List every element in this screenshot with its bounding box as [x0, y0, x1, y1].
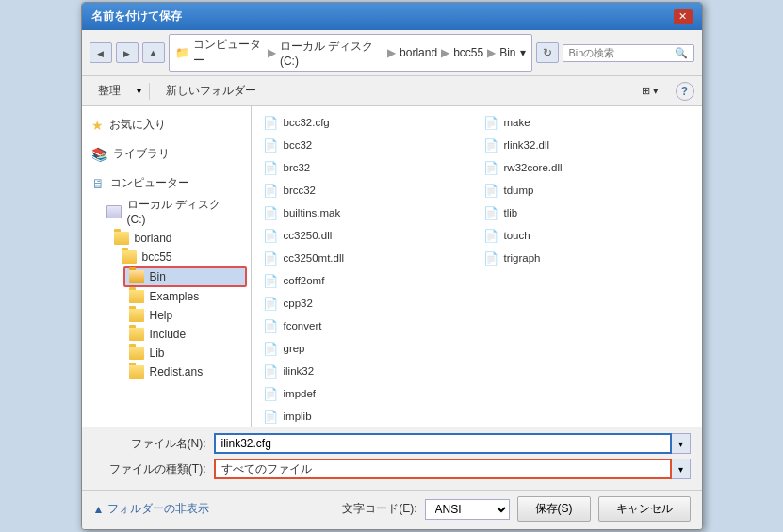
file-name: grep [284, 343, 305, 354]
list-item[interactable]: 📄bcc32 [257, 135, 476, 155]
list-item [478, 338, 696, 359]
sidebar-item-bcc55[interactable]: bcc55 [116, 248, 247, 266]
main-area: ★ お気に入り 📚 ライブラリ 🖥 コンピューター [82, 106, 702, 427]
filetype-label: ファイルの種類(T): [93, 461, 206, 477]
file-name: coff2omf [284, 275, 325, 286]
bottom-area: ファイル名(N): ▾ ファイルの種類(T): ▾ [82, 427, 702, 490]
sidebar-item-libraries[interactable]: 📚 ライブラリ [86, 143, 247, 165]
list-item[interactable]: 📄brc32 [257, 157, 476, 178]
computer-icon: 🖥 [91, 176, 105, 191]
file-name: touch [504, 230, 530, 241]
sidebar-item-borland[interactable]: borland [108, 229, 247, 248]
list-item[interactable]: 📄fconvert [257, 315, 476, 336]
list-item [478, 383, 696, 404]
filename-input[interactable] [214, 433, 672, 454]
sidebar-item-computer[interactable]: 🖥 コンピューター [86, 172, 247, 194]
file-icon: 📄 [483, 250, 498, 266]
filename-label: ファイル名(N): [93, 436, 206, 452]
list-item[interactable]: 📄make [478, 112, 696, 133]
search-bar[interactable]: 🔍 [563, 44, 694, 62]
search-input[interactable] [569, 47, 663, 58]
sidebar-item-help[interactable]: Help [123, 306, 247, 325]
file-icon: 📄 [263, 250, 278, 266]
list-item[interactable]: 📄trigraph [478, 248, 696, 268]
file-name: ilink32 [284, 365, 315, 377]
up-button[interactable]: ▲ [142, 42, 165, 63]
list-item [478, 361, 696, 381]
refresh-button[interactable]: ↻ [536, 42, 559, 63]
list-item[interactable]: 📄rw32core.dll [478, 157, 696, 178]
search-icon: 🔍 [675, 47, 688, 59]
organize-dropdown-icon[interactable]: ▾ [137, 86, 141, 96]
help-button[interactable]: ? [676, 82, 694, 101]
breadcrumb-dropdown[interactable]: ▾ [520, 46, 526, 59]
sidebar-item-bin[interactable]: Bin [123, 266, 247, 287]
examples-label: Examples [150, 290, 200, 303]
redist-label: Redist.ans [150, 365, 204, 379]
list-item[interactable]: 📄touch [478, 225, 696, 246]
list-item[interactable]: 📄implib [257, 406, 476, 427]
sidebar-item-lib[interactable]: Lib [123, 344, 247, 363]
file-name: tdump [504, 185, 534, 196]
file-name: rlink32.dll [504, 139, 550, 151]
list-item[interactable]: 📄impdef [257, 383, 476, 404]
back-button[interactable] [90, 42, 112, 63]
file-name: impdef [284, 388, 317, 399]
list-item[interactable]: 📄grep [257, 338, 476, 359]
file-icon: 📄 [263, 318, 278, 333]
drive-icon [106, 205, 122, 218]
filename-dropdown[interactable]: ▾ [672, 433, 691, 454]
hide-folders-button[interactable]: ▲ フォルダーの非表示 [93, 501, 210, 517]
list-item[interactable]: 📄cpp32 [257, 293, 476, 314]
file-name: cc3250mt.dll [284, 252, 345, 264]
file-icon: 📄 [263, 115, 278, 130]
star-icon: ★ [91, 118, 104, 133]
sidebar-libraries-section: 📚 ライブラリ [86, 143, 247, 165]
save-button[interactable]: 保存(S) [517, 496, 591, 522]
encode-select[interactable]: ANSI [425, 499, 510, 520]
filetype-dropdown[interactable]: ▾ [672, 459, 691, 479]
list-item[interactable]: 📄cc3250mt.dll [257, 248, 476, 268]
file-name: brc32 [284, 162, 311, 173]
file-icon: 📄 [263, 296, 278, 311]
help-label: Help [150, 309, 173, 322]
sidebar-item-redist[interactable]: Redist.ans [123, 363, 247, 381]
new-folder-button[interactable]: 新しいフォルダー [157, 80, 265, 102]
list-item[interactable]: 📄builtins.mak [257, 202, 476, 223]
bin-label: Bin [150, 270, 166, 283]
list-item[interactable]: 📄tlib [478, 202, 696, 223]
file-icon: 📄 [263, 409, 278, 424]
local-disk-label: ローカル ディスク (C:) [127, 197, 241, 226]
list-item[interactable]: 📄brcc32 [257, 180, 476, 201]
sidebar-item-local-disk[interactable]: ローカル ディスク (C:) [101, 194, 247, 229]
hide-folders-label: フォルダーの非表示 [107, 501, 209, 517]
file-name: make [504, 117, 530, 128]
folder-icon-bin [129, 270, 144, 283]
organize-button[interactable]: 整理 [90, 80, 129, 102]
file-icon: 📄 [483, 137, 498, 153]
file-name: cpp32 [284, 298, 313, 309]
list-item[interactable]: 📄bcc32.cfg [257, 112, 476, 133]
breadcrumb-bin: Bin [499, 46, 515, 59]
close-button[interactable]: ✕ [674, 9, 693, 24]
folder-icon-lib [129, 347, 144, 360]
sidebar-item-favorites[interactable]: ★ お気に入り [86, 114, 247, 136]
breadcrumb[interactable]: 📁 コンピューター ▶ ローカル ディスク (C:) ▶ borland ▶ b… [169, 34, 532, 72]
list-item[interactable]: 📄rlink32.dll [478, 135, 696, 155]
cancel-button[interactable]: キャンセル [598, 496, 691, 522]
list-item[interactable]: 📄ilink32 [257, 361, 476, 381]
sidebar-item-examples[interactable]: Examples [123, 287, 247, 306]
list-item[interactable]: 📄cc3250.dll [257, 225, 476, 246]
list-item[interactable]: 📄coff2omf [257, 270, 476, 291]
folder-icon-examples [129, 290, 144, 303]
forward-button[interactable] [116, 42, 139, 63]
view-button[interactable]: ⊞ ▾ [633, 82, 667, 100]
filetype-input[interactable] [214, 459, 672, 479]
list-item[interactable]: 📄tdump [478, 180, 696, 201]
folder-icon-redist [129, 365, 144, 379]
breadcrumb-icon: 📁 [175, 46, 189, 59]
file-icon: 📄 [263, 137, 278, 153]
toolbar-divider [149, 83, 150, 100]
file-name: bcc32 [284, 139, 313, 151]
sidebar-item-include[interactable]: Include [123, 325, 247, 344]
